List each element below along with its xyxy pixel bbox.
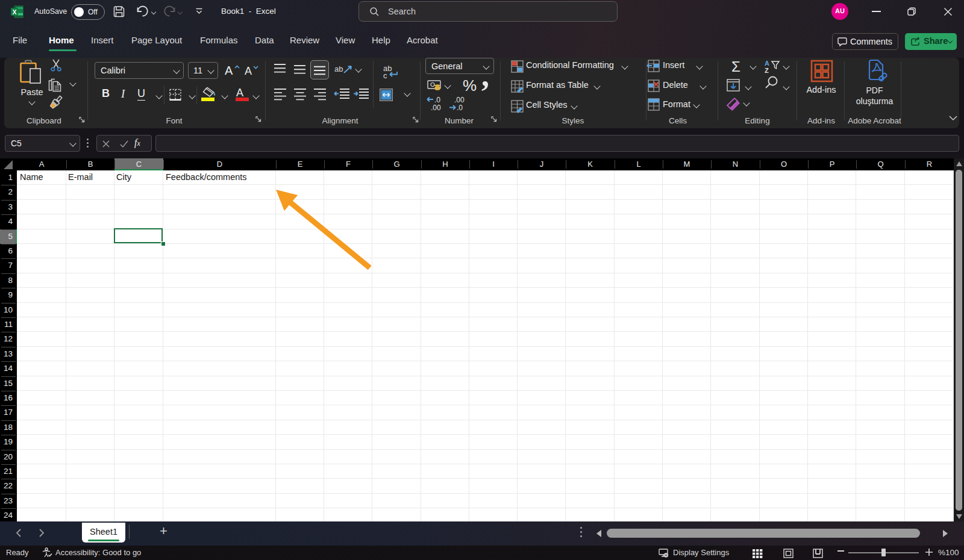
svg-text:Z: Z <box>765 67 769 74</box>
svg-text:A: A <box>765 60 769 67</box>
svg-text:.0: .0 <box>457 104 463 112</box>
svg-text:.00: .00 <box>454 96 465 104</box>
svg-text:.0: .0 <box>434 96 440 104</box>
svg-text:c: c <box>383 71 387 80</box>
svg-text:ab: ab <box>334 64 343 73</box>
svg-text:X: X <box>12 8 16 16</box>
svg-text:.00: .00 <box>431 104 441 112</box>
